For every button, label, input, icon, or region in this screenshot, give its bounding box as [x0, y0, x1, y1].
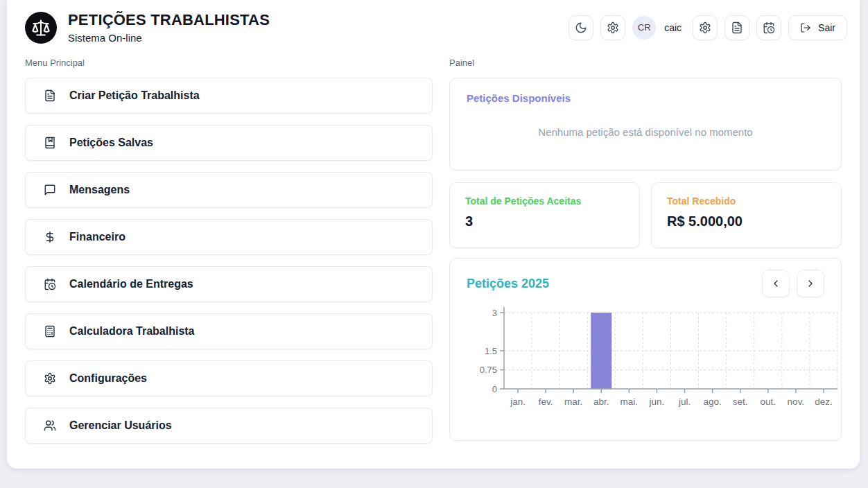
chart-area: 00.751.53jan.fev.mar.abr.mai.jun.jul.ago… — [467, 302, 824, 421]
settings-button[interactable] — [600, 15, 625, 40]
message-square-icon — [44, 184, 56, 196]
dark-mode-button[interactable] — [568, 15, 593, 40]
svg-text:jun.: jun. — [649, 397, 665, 407]
svg-text:0: 0 — [492, 384, 497, 394]
sidebar-item-label: Gerenciar Usuários — [69, 419, 172, 432]
svg-text:mar.: mar. — [564, 397, 582, 407]
brand: PETIÇÕES TRABALHISTAS Sistema On-line — [25, 11, 270, 44]
sidebar-item-calculadora-trabalhista[interactable]: Calculadora Trabalhista — [25, 313, 433, 349]
moon-icon — [575, 21, 587, 34]
sidebar-section-label: Menu Principal — [25, 58, 433, 68]
svg-text:1.5: 1.5 — [485, 346, 497, 356]
scales-of-justice-icon — [31, 18, 51, 37]
available-petitions-card: Petições Disponíveis Nenhuma petição est… — [449, 78, 842, 171]
svg-text:out.: out. — [761, 397, 776, 407]
calendar-clock-icon — [763, 21, 775, 34]
documents-button[interactable] — [724, 15, 749, 40]
available-petitions-title: Petições Disponíveis — [467, 92, 824, 104]
calendar-clock-icon — [44, 278, 56, 290]
sidebar-item-label: Petições Salvas — [69, 137, 153, 149]
chart-next-button[interactable] — [797, 270, 824, 297]
sidebar-item-financeiro[interactable]: Financeiro — [25, 219, 433, 255]
accepted-petitions-card: Total de Petições Aceitas 3 — [449, 182, 640, 248]
book-marked-icon — [44, 137, 56, 149]
chart-title: Petições 2025 — [467, 277, 549, 291]
svg-text:jan.: jan. — [510, 397, 526, 407]
logout-button[interactable]: Sair — [788, 15, 847, 40]
chart-nav — [762, 270, 824, 297]
sidebar-item-calendario-de-entregas[interactable]: Calendário de Entregas — [25, 266, 433, 302]
dollar-sign-icon — [44, 231, 56, 243]
sidebar-item-label: Calculadora Trabalhista — [69, 325, 195, 338]
petitions-chart-card: Petições 2025 00.751.53jan.fev.mar.abr.m… — [449, 258, 842, 441]
chevron-right-icon — [805, 278, 816, 289]
settings-button-2[interactable] — [693, 15, 718, 40]
bar-abr — [591, 313, 611, 389]
svg-text:mai.: mai. — [620, 397, 639, 407]
sidebar-item-peticoes-salvas[interactable]: Petições Salvas — [25, 125, 433, 161]
page-title: PETIÇÕES TRABALHISTAS — [68, 11, 270, 29]
accepted-petitions-label: Total de Petições Aceitas — [465, 195, 624, 207]
total-received-card: Total Recebido R$ 5.000,00 — [651, 182, 842, 248]
log-out-icon — [800, 22, 811, 33]
sidebar-item-gerenciar-usuarios[interactable]: Gerenciar Usuários — [25, 408, 433, 444]
gear-icon — [607, 21, 619, 34]
sidebar-item-mensagens[interactable]: Mensagens — [25, 172, 433, 208]
chevron-left-icon — [770, 278, 781, 289]
svg-text:nov.: nov. — [788, 397, 805, 407]
sidebar-item-label: Criar Petição Trabalhista — [69, 89, 200, 102]
svg-text:dez.: dez. — [815, 397, 833, 407]
app-logo — [25, 12, 57, 44]
header-toolbar: CR caic Sair — [568, 15, 847, 40]
svg-text:set.: set. — [733, 397, 748, 407]
app-window: PETIÇÕES TRABALHISTAS Sistema On-line CR… — [7, 0, 860, 469]
username-label: caic — [664, 22, 682, 33]
stats-row: Total de Petições Aceitas 3 Total Recebi… — [449, 182, 842, 248]
dashboard-panel: Painel Petições Disponíveis Nenhuma peti… — [449, 51, 842, 455]
calculator-icon — [44, 325, 56, 338]
chart-header: Petições 2025 — [467, 270, 824, 297]
main-content: Menu Principal Criar Petição Trabalhista… — [7, 51, 860, 455]
sidebar-item-label: Calendário de Entregas — [69, 278, 193, 290]
file-text-icon — [44, 89, 56, 102]
sidebar: Menu Principal Criar Petição Trabalhista… — [25, 51, 433, 455]
avatar[interactable]: CR — [632, 16, 656, 40]
file-text-icon — [731, 21, 743, 34]
sidebar-item-configuracoes[interactable]: Configurações — [25, 360, 433, 397]
accepted-petitions-value: 3 — [465, 214, 624, 229]
svg-text:ago.: ago. — [703, 397, 721, 407]
total-received-label: Total Recebido — [667, 195, 826, 207]
svg-text:abr.: abr. — [593, 397, 609, 407]
calendar-button[interactable] — [756, 15, 781, 40]
menu-list: Criar Petição TrabalhistaPetições Salvas… — [25, 78, 433, 444]
app-header: PETIÇÕES TRABALHISTAS Sistema On-line CR… — [7, 0, 860, 51]
sidebar-item-criar-peticao-trabalhista[interactable]: Criar Petição Trabalhista — [25, 78, 433, 114]
gear-icon — [699, 21, 711, 34]
sidebar-item-label: Financeiro — [69, 231, 125, 243]
chart-prev-button[interactable] — [762, 270, 790, 297]
svg-text:fev.: fev. — [539, 397, 553, 407]
panel-section-label: Painel — [449, 58, 842, 68]
svg-text:jul.: jul. — [678, 397, 691, 407]
sidebar-item-label: Configurações — [69, 372, 147, 385]
total-received-value: R$ 5.000,00 — [667, 214, 826, 229]
empty-state-message: Nenhuma petição está disponível no momen… — [467, 126, 824, 138]
gear-icon — [44, 372, 56, 385]
page-subtitle: Sistema On-line — [68, 32, 270, 44]
sidebar-item-label: Mensagens — [69, 184, 130, 196]
petitions-bar-chart: 00.751.53jan.fev.mar.abr.mai.jun.jul.ago… — [467, 302, 842, 418]
svg-text:0.75: 0.75 — [480, 365, 497, 375]
users-icon — [44, 419, 56, 432]
logout-label: Sair — [818, 22, 835, 33]
svg-text:3: 3 — [492, 308, 497, 318]
